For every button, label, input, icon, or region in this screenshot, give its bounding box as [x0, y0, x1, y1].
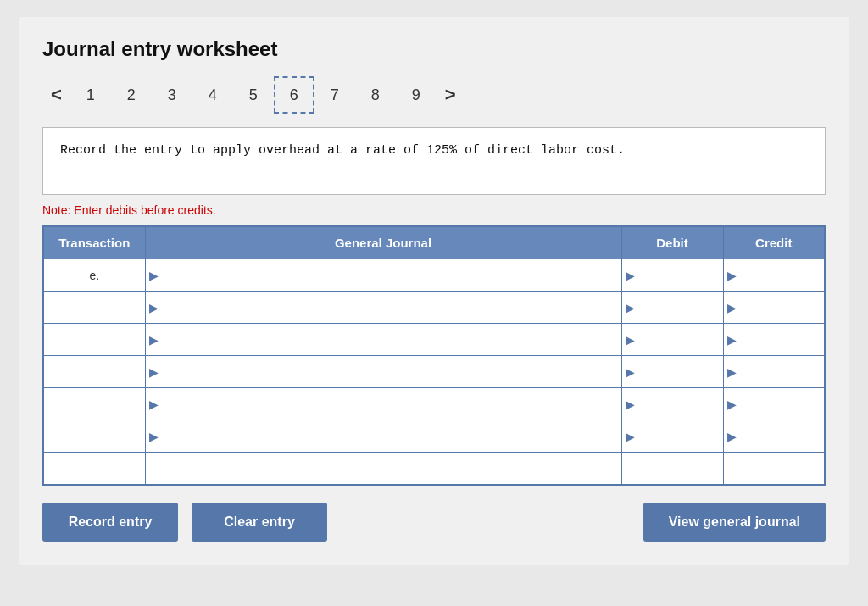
transaction-cell-5 — [43, 420, 145, 453]
credit-arrow-3: ▶ — [727, 365, 737, 379]
table-row: ▶▶▶ — [43, 292, 825, 324]
table-row: ▶▶▶ — [43, 356, 825, 388]
arrow-indicator-5: ▶ — [149, 430, 159, 443]
view-general-journal-button[interactable]: View general journal — [643, 503, 826, 542]
nav-page-5[interactable]: 5 — [233, 76, 274, 114]
general-journal-cell-3[interactable]: ▶ — [145, 356, 621, 388]
header-debit: Debit — [621, 226, 723, 259]
general-journal-cell-2[interactable]: ▶ — [145, 324, 621, 356]
general-journal-input-0[interactable] — [158, 259, 616, 291]
debit-input-4[interactable] — [634, 388, 718, 420]
clear-entry-button[interactable]: Clear entry — [192, 503, 327, 542]
nav-page-4[interactable]: 4 — [192, 76, 233, 114]
general-journal-input-5[interactable] — [158, 420, 616, 452]
nav-bar: < 123456789 > — [42, 76, 826, 114]
debit-arrow-1: ▶ — [626, 301, 635, 314]
nav-page-3[interactable]: 3 — [152, 76, 192, 114]
credit-input-4[interactable] — [736, 388, 820, 420]
table-row — [43, 453, 825, 485]
table-row: ▶▶▶ — [43, 420, 825, 453]
general-journal-cell-5[interactable]: ▶ — [145, 420, 621, 453]
credit-input-6[interactable] — [736, 453, 820, 484]
header-general-journal: General Journal — [145, 226, 621, 259]
journal-table: Transaction General Journal Debit Credit… — [42, 225, 826, 486]
nav-page-2[interactable]: 2 — [111, 76, 152, 114]
arrow-indicator-2: ▶ — [149, 333, 159, 347]
credit-arrow-0: ▶ — [727, 269, 737, 282]
debit-input-3[interactable] — [634, 356, 718, 387]
debit-cell-1[interactable]: ▶ — [621, 292, 723, 324]
nav-page-9[interactable]: 9 — [396, 76, 437, 114]
credit-cell-5[interactable]: ▶ — [723, 420, 825, 453]
credit-cell-3[interactable]: ▶ — [723, 356, 825, 388]
credit-input-3[interactable] — [736, 356, 820, 387]
debit-arrow-0: ▶ — [626, 269, 635, 282]
general-journal-input-2[interactable] — [158, 324, 616, 355]
credit-cell-0[interactable]: ▶ — [723, 259, 825, 292]
debit-cell-5[interactable]: ▶ — [621, 420, 723, 453]
debit-cell-2[interactable]: ▶ — [621, 324, 723, 356]
general-journal-input-3[interactable] — [158, 356, 616, 387]
credit-cell-4[interactable]: ▶ — [723, 388, 825, 420]
debit-cell-3[interactable]: ▶ — [621, 356, 723, 388]
credit-input-2[interactable] — [736, 324, 820, 355]
buttons-row: Record entry Clear entry View general jo… — [42, 503, 826, 542]
table-row: e.▶▶▶ — [43, 259, 825, 292]
debit-arrow-5: ▶ — [626, 430, 635, 443]
next-arrow[interactable]: > — [437, 81, 465, 109]
credit-cell-6[interactable] — [723, 453, 825, 485]
nav-page-7[interactable]: 7 — [314, 76, 355, 114]
record-entry-button[interactable]: Record entry — [42, 503, 178, 542]
arrow-indicator-0: ▶ — [149, 269, 159, 282]
debit-cell-4[interactable]: ▶ — [621, 388, 723, 420]
general-journal-input-6[interactable] — [158, 453, 616, 484]
transaction-cell-2 — [43, 324, 145, 356]
debit-cell-6[interactable] — [621, 453, 723, 485]
credit-input-5[interactable] — [736, 420, 820, 452]
transaction-cell-1 — [43, 292, 145, 324]
nav-numbers: 123456789 — [70, 76, 437, 114]
debit-arrow-4: ▶ — [626, 398, 635, 411]
prev-arrow[interactable]: < — [42, 81, 70, 109]
main-container: Journal entry worksheet < 123456789 > Re… — [19, 17, 849, 565]
table-row: ▶▶▶ — [43, 324, 825, 356]
note-text: Note: Enter debits before credits. — [42, 203, 826, 217]
debit-input-1[interactable] — [634, 292, 718, 323]
general-journal-cell-4[interactable]: ▶ — [145, 388, 621, 420]
debit-cell-0[interactable]: ▶ — [621, 259, 723, 292]
credit-arrow-2: ▶ — [727, 333, 737, 347]
debit-arrow-3: ▶ — [626, 365, 635, 379]
general-journal-cell-0[interactable]: ▶ — [145, 259, 621, 292]
transaction-cell-4 — [43, 388, 145, 420]
debit-input-2[interactable] — [634, 324, 718, 355]
credit-input-0[interactable] — [736, 259, 820, 291]
nav-page-1[interactable]: 1 — [70, 76, 111, 114]
header-transaction: Transaction — [43, 226, 145, 259]
page-title: Journal entry worksheet — [42, 37, 826, 61]
arrow-indicator-4: ▶ — [149, 398, 159, 411]
credit-input-1[interactable] — [736, 292, 820, 323]
credit-arrow-5: ▶ — [727, 430, 737, 443]
nav-page-6[interactable]: 6 — [274, 76, 314, 114]
debit-input-0[interactable] — [634, 259, 718, 291]
general-journal-cell-6[interactable] — [145, 453, 621, 485]
transaction-cell-6 — [43, 453, 145, 485]
description-box: Record the entry to apply overhead at a … — [42, 127, 826, 195]
debit-input-5[interactable] — [634, 420, 718, 452]
general-journal-cell-1[interactable]: ▶ — [145, 292, 621, 324]
general-journal-input-1[interactable] — [158, 292, 616, 323]
credit-arrow-1: ▶ — [727, 301, 737, 314]
nav-page-8[interactable]: 8 — [355, 76, 396, 114]
debit-input-6[interactable] — [634, 453, 718, 484]
header-credit: Credit — [723, 226, 825, 259]
transaction-cell-0: e. — [43, 259, 145, 292]
transaction-cell-3 — [43, 356, 145, 388]
table-row: ▶▶▶ — [43, 388, 825, 420]
arrow-indicator-1: ▶ — [149, 301, 159, 314]
credit-cell-1[interactable]: ▶ — [723, 292, 825, 324]
general-journal-input-4[interactable] — [158, 388, 616, 420]
credit-cell-2[interactable]: ▶ — [723, 324, 825, 356]
arrow-indicator-3: ▶ — [149, 365, 159, 379]
credit-arrow-4: ▶ — [727, 398, 737, 411]
debit-arrow-2: ▶ — [626, 333, 635, 347]
